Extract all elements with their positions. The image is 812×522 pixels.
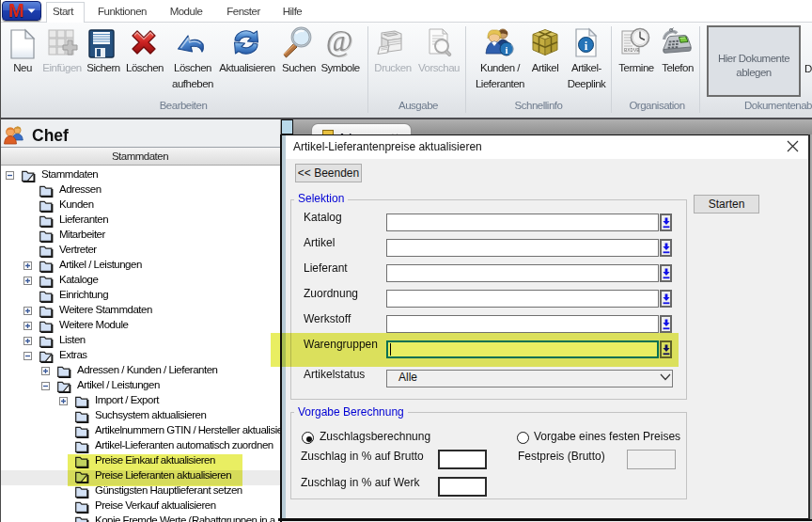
svg-text:i: i — [585, 39, 588, 53]
svg-text:BXDVB: BXDVB — [624, 47, 640, 54]
svg-text:@: @ — [326, 26, 353, 57]
svg-text:i: i — [505, 44, 508, 55]
